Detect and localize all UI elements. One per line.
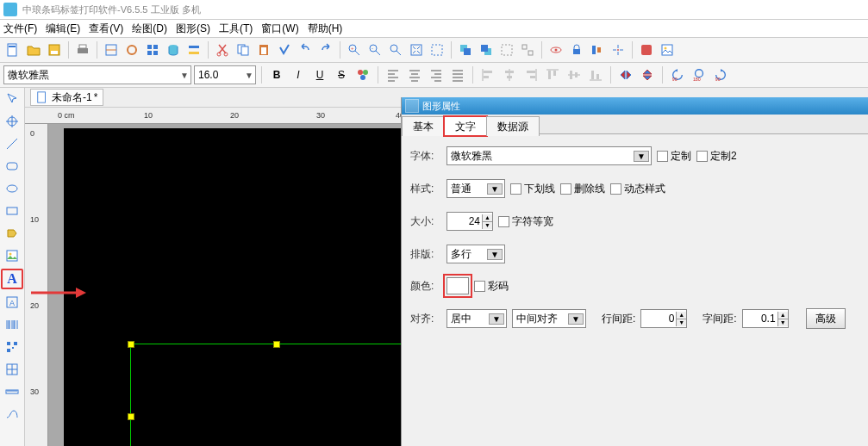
text-tool-button[interactable]: A xyxy=(1,269,23,289)
barcode-2d-tool-icon[interactable] xyxy=(2,338,22,356)
monospace-checkbox[interactable]: 字符等宽 xyxy=(498,214,553,229)
pdf-export-icon[interactable] xyxy=(637,40,656,59)
redo-icon[interactable] xyxy=(316,40,335,59)
grid-layout-icon[interactable] xyxy=(143,40,162,59)
snap-icon[interactable] xyxy=(609,40,628,59)
rotate-180-icon[interactable]: 180 xyxy=(690,65,709,84)
image-tool-icon[interactable] xyxy=(2,246,22,265)
zoom-selection-icon[interactable] xyxy=(428,40,446,59)
barcode-1d-tool-icon[interactable] xyxy=(2,315,22,334)
database-icon[interactable] xyxy=(164,40,183,59)
ruler-tool-icon[interactable] xyxy=(2,382,22,401)
menu-edit[interactable]: 编辑(E) xyxy=(46,22,80,36)
flip-vertical-icon[interactable] xyxy=(638,65,657,84)
valign-select[interactable]: 中间对齐▼ xyxy=(512,309,586,328)
delete-icon[interactable] xyxy=(275,40,294,59)
align-objects-center-icon[interactable] xyxy=(500,65,519,84)
align-objects-top-icon[interactable] xyxy=(543,65,562,84)
menu-window[interactable]: 窗口(W) xyxy=(261,22,298,36)
font-family-combo[interactable]: 微软雅黑▼ xyxy=(3,65,191,84)
align-objects-middle-icon[interactable] xyxy=(565,65,584,84)
dynstyle-checkbox[interactable]: 动态样式 xyxy=(610,182,665,196)
rectangle-tool-icon[interactable] xyxy=(2,201,22,220)
sequence-icon[interactable] xyxy=(184,40,203,59)
flip-horizontal-icon[interactable] xyxy=(616,65,635,84)
svg-rect-42 xyxy=(592,46,596,54)
curve-tool-icon[interactable] xyxy=(2,405,22,424)
rounded-rect-tool-icon[interactable] xyxy=(2,157,22,176)
ellipse-tool-icon[interactable] xyxy=(2,179,22,198)
copy-icon[interactable] xyxy=(234,40,253,59)
document-tab[interactable]: 未命名-1 * xyxy=(30,89,103,106)
tab-basic[interactable]: 基本 xyxy=(402,116,445,136)
advanced-button[interactable]: 高级 xyxy=(806,308,846,329)
document-settings-icon[interactable] xyxy=(102,40,121,59)
zoom-in-icon[interactable]: + xyxy=(345,40,364,59)
generate-icon[interactable] xyxy=(122,40,141,59)
svg-line-29 xyxy=(397,51,401,55)
align-right-icon[interactable] xyxy=(427,65,446,84)
strike-button[interactable]: S xyxy=(332,65,351,84)
pan-tool-icon[interactable] xyxy=(2,112,22,131)
send-back-icon[interactable] xyxy=(477,40,496,59)
color-well[interactable] xyxy=(446,277,469,294)
open-file-icon[interactable] xyxy=(24,40,43,59)
align-objects-right-icon[interactable] xyxy=(521,65,540,84)
text-color-icon[interactable] xyxy=(353,65,372,84)
selected-text-object[interactable] xyxy=(130,344,423,446)
style-select[interactable]: 普通▼ xyxy=(446,179,505,198)
polygon-tool-icon[interactable] xyxy=(2,224,22,243)
chargap-spinner[interactable]: ▲▼ xyxy=(742,309,789,328)
bold-button[interactable]: B xyxy=(267,65,286,84)
font-size-combo[interactable]: 16.0▼ xyxy=(194,65,256,84)
colorcode-checkbox[interactable]: 彩码 xyxy=(474,279,509,294)
align-tool-icon[interactable] xyxy=(588,40,607,59)
linegap-spinner[interactable]: ▲▼ xyxy=(640,309,687,328)
save-icon[interactable] xyxy=(45,40,64,59)
menu-draw[interactable]: 绘图(D) xyxy=(132,22,167,36)
zoom-100-icon[interactable] xyxy=(386,40,405,59)
image-export-icon[interactable] xyxy=(658,40,677,59)
align-center-icon[interactable] xyxy=(405,65,424,84)
paste-icon[interactable] xyxy=(254,40,273,59)
tab-text[interactable]: 文字 xyxy=(444,116,487,136)
underline-button[interactable]: U xyxy=(310,65,329,84)
table-tool-icon[interactable] xyxy=(2,360,22,379)
eye-toggle-icon[interactable] xyxy=(546,40,565,59)
menu-view[interactable]: 查看(V) xyxy=(89,22,123,36)
zoom-fit-icon[interactable] xyxy=(407,40,426,59)
size-spinner[interactable]: ▲▼ xyxy=(446,212,493,231)
strike-checkbox[interactable]: 删除线 xyxy=(560,182,605,196)
menu-help[interactable]: 帮助(H) xyxy=(308,22,343,36)
zoom-out-icon[interactable]: - xyxy=(365,40,384,59)
rotate-right-90-icon[interactable]: 90 xyxy=(711,65,730,84)
menu-tool[interactable]: 工具(T) xyxy=(219,22,253,36)
italic-button[interactable]: I xyxy=(289,65,308,84)
menu-shape[interactable]: 图形(S) xyxy=(176,22,210,36)
ungroup-icon[interactable] xyxy=(518,40,537,59)
undo-icon[interactable] xyxy=(296,40,315,59)
halign-select[interactable]: 居中▼ xyxy=(446,309,507,328)
lock-icon[interactable] xyxy=(567,40,586,59)
rich-text-tool-icon[interactable]: A xyxy=(2,293,22,312)
group-icon[interactable] xyxy=(497,40,516,59)
layout-select[interactable]: 多行▼ xyxy=(446,245,505,263)
pointer-tool-icon[interactable] xyxy=(2,90,22,108)
align-left-icon[interactable] xyxy=(384,65,403,84)
line-tool-icon[interactable] xyxy=(2,134,22,153)
tab-datasource[interactable]: 数据源 xyxy=(486,116,540,136)
cut-icon[interactable] xyxy=(213,40,232,59)
rotate-left-90-icon[interactable]: 90 xyxy=(668,65,687,84)
align-justify-icon[interactable] xyxy=(448,65,467,84)
custom2-checkbox[interactable]: 定制2 xyxy=(696,149,737,164)
custom1-checkbox[interactable]: 定制 xyxy=(657,149,691,164)
new-document-icon[interactable] xyxy=(3,40,22,59)
print-icon[interactable] xyxy=(73,40,92,59)
bring-front-icon[interactable] xyxy=(456,40,475,59)
align-objects-bottom-icon[interactable] xyxy=(586,65,605,84)
svg-rect-87 xyxy=(12,347,14,349)
menu-file[interactable]: 文件(F) xyxy=(3,22,37,36)
align-objects-left-icon[interactable] xyxy=(478,65,497,84)
font-select[interactable]: 微软雅黑▼ xyxy=(446,146,652,165)
underline-checkbox[interactable]: 下划线 xyxy=(510,182,555,196)
